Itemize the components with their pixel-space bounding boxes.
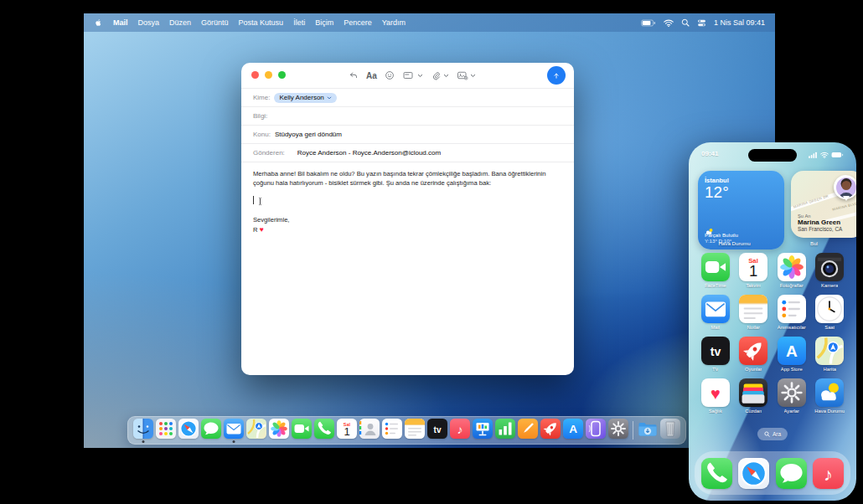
from-value[interactable]: Royce Anderson - Royce.Anderson@icloud.c… [297, 149, 441, 157]
settings-app [608, 419, 628, 439]
insertion-point [253, 196, 562, 205]
attach-icon[interactable] [431, 70, 449, 81]
tv-app: tv [427, 419, 447, 439]
games-app [739, 337, 767, 365]
running-indicator [142, 440, 145, 443]
messages-app [776, 458, 807, 489]
trash-app [660, 419, 680, 439]
undo-icon[interactable] [349, 70, 359, 80]
downloads-app [638, 419, 658, 439]
menubar-menu-item[interactable]: Görüntü [201, 18, 229, 27]
music-app: ♪ [813, 458, 844, 489]
menubar-menu-item[interactable]: İleti [293, 18, 305, 27]
wifi-icon[interactable] [664, 19, 674, 27]
recipient-token[interactable]: Kelly Anderson [274, 93, 336, 103]
subject-label: Konu: [253, 131, 271, 138]
svg-text:A: A [569, 423, 577, 435]
mail-app [701, 295, 730, 323]
insert-media-icon[interactable] [457, 70, 476, 80]
battery-icon [831, 147, 844, 162]
dock: Sal1 [127, 416, 686, 445]
format-icon[interactable]: Aa [366, 71, 377, 80]
mail-toolbar: Aa [241, 63, 574, 89]
find-my-widget[interactable]: MARINA GREEN DR MARINA BLVD Şu An Marina… [791, 171, 856, 238]
signal-icon [809, 147, 818, 162]
maps-app [246, 419, 266, 439]
subject-value[interactable]: Stüdyoya geri döndüm [275, 131, 342, 138]
fullscreen-button[interactable] [278, 71, 286, 79]
search-icon [764, 431, 770, 437]
menubar-app-name[interactable]: Mail [113, 18, 128, 27]
wallet-app [739, 378, 767, 407]
menubar-menu-item[interactable]: Düzen [169, 18, 191, 27]
battery-icon[interactable] [641, 19, 656, 27]
weather-temp: 12° [705, 184, 778, 201]
music-app: ♪ [450, 419, 470, 439]
facetime-app [701, 253, 730, 281]
emoji-icon[interactable] [385, 70, 395, 80]
appstore-app: A [563, 419, 583, 439]
calendar-app: Sal1 [337, 419, 357, 439]
menubar-menu-item[interactable]: Dosya [138, 18, 160, 27]
body-signature: R ♥ [253, 224, 562, 235]
settings-app [778, 378, 806, 407]
ibeam-cursor-icon [256, 197, 264, 209]
to-field[interactable]: Kime: Kelly Anderson [241, 89, 574, 107]
messages-app [201, 419, 221, 439]
calendar-app: Sal1 [739, 253, 767, 281]
clock-app [815, 295, 844, 323]
dock-apps: Sal1 [133, 419, 628, 443]
findmy-location: San Francisco, CA [798, 226, 842, 232]
svg-text:1: 1 [344, 425, 349, 438]
subject-field[interactable]: Konu: Stüdyoya geri döndüm [241, 126, 574, 144]
send-button[interactable] [547, 66, 566, 85]
dynamic-island [748, 149, 797, 162]
token-chevron-icon [327, 95, 332, 100]
numbers-app [495, 419, 515, 439]
weather-widget[interactable]: İstanbul 12° Parçalı Bulutlu Y:13° D:10° [698, 171, 784, 249]
close-button[interactable] [251, 71, 259, 79]
mail-app [224, 419, 244, 439]
phone-app [701, 458, 732, 489]
phone-app [314, 419, 334, 439]
menubar-menu-item[interactable]: Biçim [315, 18, 333, 27]
spotlight-search[interactable]: Ara [757, 428, 788, 440]
pages-app [518, 419, 538, 439]
body-paragraph: Merhaba anne! Bil bakalım ne oldu? Bu ya… [253, 170, 562, 188]
mail-compose-window: Aa Kime: Kelly Anderson Bilgi: K [241, 63, 574, 375]
body-closing: Sevgilerimle, [253, 216, 562, 225]
games-app [540, 419, 561, 439]
reminders-app [778, 295, 806, 323]
weather-condition: Parçalı Bulutlu [705, 232, 778, 238]
from-field[interactable]: Gönderen: Royce Anderson - Royce.Anderso… [241, 144, 574, 162]
minimize-button[interactable] [265, 71, 272, 79]
message-body[interactable]: Merhaba anne! Bil bakalım ne oldu? Bu ya… [241, 162, 574, 243]
apple-menu-icon[interactable] [94, 18, 103, 28]
control-center-icon[interactable] [697, 18, 706, 28]
menubar-menu-item[interactable]: Pencere [344, 18, 372, 27]
weather-widget-label: Hava Durumu [698, 240, 771, 246]
phone-status-bar: 09:41 [689, 147, 856, 161]
search-icon[interactable] [681, 18, 690, 27]
tv-app: tv [701, 337, 730, 365]
heart-emoji: ♥ [260, 225, 264, 234]
reminders-app [382, 419, 402, 439]
dock-extras [638, 419, 680, 443]
menubar-menu-item[interactable]: Yardım [382, 18, 406, 27]
health-app: ♥ [701, 378, 730, 407]
svg-text:1: 1 [749, 262, 757, 280]
svg-text:tv: tv [434, 424, 442, 434]
maps-app [815, 337, 844, 365]
findmy-widget-label: Bul [778, 240, 850, 246]
cc-field[interactable]: Bilgi: [241, 107, 574, 126]
menubar-clock[interactable]: 1 Nis Sal 09:41 [714, 18, 765, 27]
partly-cloudy-icon [705, 224, 715, 231]
safari-app [178, 419, 199, 439]
svg-text:tv: tv [710, 345, 721, 358]
finder-app [133, 419, 153, 439]
menubar-menu-item[interactable]: Posta Kutusu [239, 18, 284, 27]
from-label: Gönderen: [253, 149, 285, 157]
header-fields-icon[interactable] [402, 70, 423, 80]
camera-app [815, 253, 844, 281]
photos-app [778, 253, 806, 281]
